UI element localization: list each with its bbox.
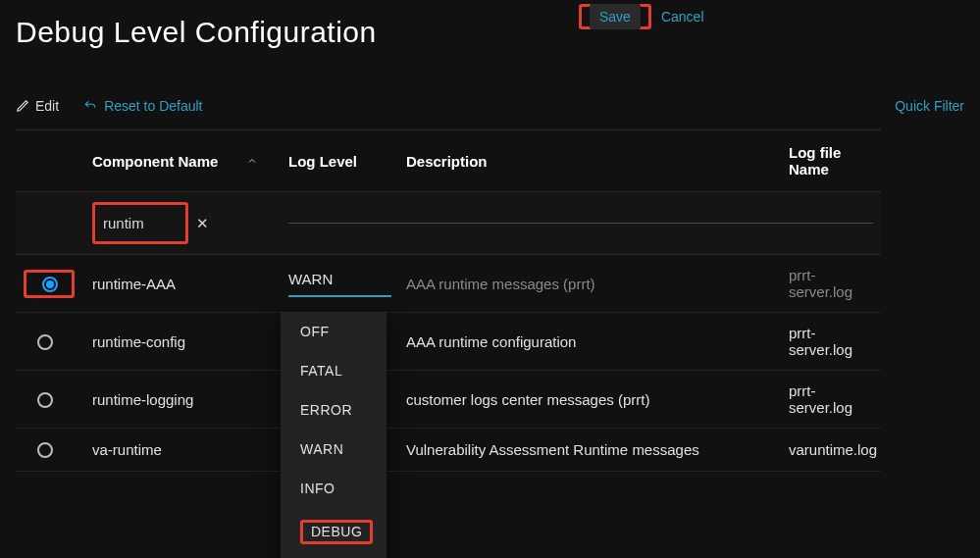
logfile-cell: prrt-server.log: [781, 255, 881, 313]
page-title: Debug Level Configuration: [16, 16, 980, 49]
edit-button[interactable]: Edit: [16, 98, 59, 114]
table-row[interactable]: runtime-logging customer logs center mes…: [16, 371, 980, 429]
log-level-option-off[interactable]: OFF: [281, 312, 387, 351]
cancel-link[interactable]: Cancel: [661, 9, 704, 25]
component-filter-input[interactable]: [101, 209, 180, 237]
row-select-radio[interactable]: [37, 392, 53, 408]
log-level-option-fatal[interactable]: FATAL: [281, 351, 387, 390]
table-row[interactable]: runtime-AAA WARN OFF FATAL ERROR WARN IN…: [16, 255, 980, 313]
component-name-cell: va-runtime: [84, 429, 281, 472]
quick-filter-link[interactable]: Quick Filter: [895, 98, 964, 114]
component-name-cell: runtime-AAA: [84, 255, 281, 313]
edit-label: Edit: [35, 98, 59, 114]
component-name-cell: runtime-logging: [84, 371, 281, 429]
table-row[interactable]: runtime-config AAA runtime configuration…: [16, 313, 980, 371]
description-cell: AAA runtime messages (prrt): [398, 255, 781, 313]
col-loglevel-header[interactable]: Log Level: [281, 130, 398, 192]
col-logfile-header[interactable]: Log file Name: [781, 130, 881, 192]
debug-level-table: Component Name Log Level Description Log…: [16, 129, 980, 472]
description-cell: customer logs center messages (prrt): [398, 371, 781, 429]
reset-label: Reset to Default: [104, 98, 202, 114]
logfile-cell: varuntime.log: [781, 429, 881, 472]
reset-to-default-button[interactable]: Reset to Default: [82, 98, 202, 114]
filter-row: ✕: [16, 192, 980, 255]
log-level-select[interactable]: WARN: [288, 271, 391, 297]
component-name-cell: runtime-config: [84, 313, 281, 371]
log-level-dropdown: OFF FATAL ERROR WARN INFO DEBUG TRACE: [281, 312, 387, 558]
undo-icon: [82, 99, 98, 113]
toolbar: Edit Reset to Default Quick Filter: [16, 98, 980, 114]
row-select-radio[interactable]: [37, 334, 53, 350]
log-level-option-error[interactable]: ERROR: [281, 390, 387, 430]
description-cell: AAA runtime configuration: [398, 313, 781, 371]
logfile-cell: prrt-server.log: [781, 313, 881, 371]
save-button[interactable]: Save: [590, 4, 641, 29]
col-description-header[interactable]: Description: [398, 130, 781, 192]
pencil-icon: [16, 99, 29, 113]
col-select-header: [16, 130, 84, 192]
clear-filter-icon[interactable]: ✕: [196, 215, 209, 231]
table-row[interactable]: va-runtime Vulnerability Assessment Runt…: [16, 429, 980, 472]
description-cell: Vulnerability Assessment Runtime message…: [398, 429, 781, 472]
row-select-radio[interactable]: [42, 277, 58, 292]
sort-asc-icon[interactable]: [246, 153, 258, 170]
logfile-cell: prrt-server.log: [781, 371, 881, 429]
log-level-option-warn[interactable]: WARN: [281, 430, 387, 469]
col-component-header[interactable]: Component Name: [84, 130, 281, 192]
log-level-option-info[interactable]: INFO: [281, 469, 387, 508]
log-level-option-debug[interactable]: DEBUG: [281, 508, 387, 556]
row-select-radio[interactable]: [37, 442, 53, 458]
